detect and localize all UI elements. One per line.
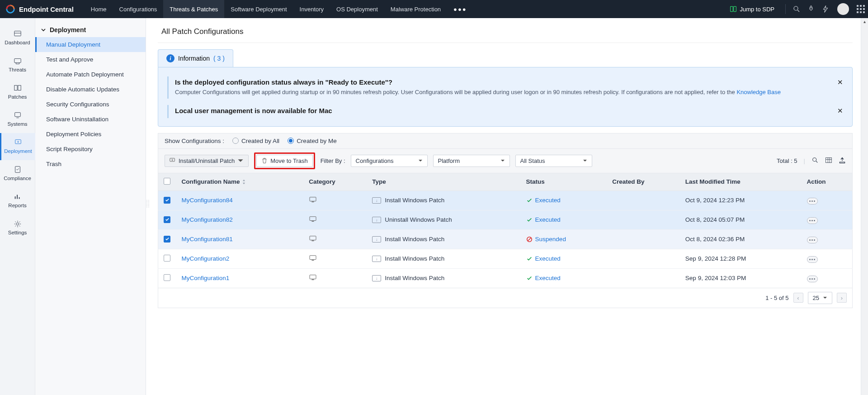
svg-point-18 (16, 223, 19, 225)
status-link[interactable]: Executed (535, 216, 561, 223)
subnav-item-trash[interactable]: Trash (35, 157, 146, 171)
user-avatar[interactable] (837, 3, 849, 15)
topnav-item-os-deployment[interactable]: OS Deployment (330, 0, 384, 18)
caret-down-icon (583, 158, 587, 163)
rail-item-reports[interactable]: Reports (0, 187, 35, 214)
move-to-trash-button[interactable]: Move to Trash (256, 155, 312, 167)
page-size-select[interactable]: 25 (808, 292, 832, 304)
status-link[interactable]: Executed (535, 255, 561, 262)
col-status[interactable]: Status (521, 173, 607, 190)
info-tab[interactable]: i Information ( 3 ) (158, 49, 233, 67)
col-created-by[interactable]: Created By (607, 173, 680, 190)
topnav-item-configurations[interactable]: Configurations (113, 0, 164, 18)
status-link[interactable]: Suspended (535, 236, 566, 243)
topnav-item-threats-patches[interactable]: Threats & Patches (163, 0, 224, 18)
page-title: All Patch Configurations (158, 18, 853, 43)
table-search-icon[interactable] (811, 157, 819, 165)
bolt-icon[interactable] (818, 5, 833, 13)
brand[interactable]: Endpoint Central (5, 4, 74, 14)
row-actions-button[interactable] (807, 198, 818, 205)
rocket-icon[interactable] (804, 5, 818, 13)
row-checkbox[interactable] (164, 255, 170, 262)
topnav-item-malware-protection[interactable]: Malware Protection (384, 0, 447, 18)
prev-page-button[interactable]: ‹ (793, 293, 803, 303)
col-action[interactable]: Action (802, 173, 853, 190)
topnav-item-inventory[interactable]: Inventory (293, 0, 330, 18)
info-panel: ✕ Is the deployed configuration status a… (158, 67, 853, 127)
row-checkbox[interactable] (164, 197, 170, 204)
compliance-icon (13, 166, 22, 174)
configuration-link[interactable]: MyConfiguration81 (182, 236, 233, 243)
topnav-item-home[interactable]: Home (85, 0, 113, 18)
radio-created-by-all[interactable]: Created by All (232, 138, 279, 144)
table-row[interactable]: MyConfiguration84↓Install Windows PatchE… (158, 190, 853, 210)
close-icon[interactable]: ✕ (837, 78, 843, 86)
status-link[interactable]: Executed (535, 275, 561, 281)
row-actions-button[interactable] (807, 237, 818, 243)
col-modified[interactable]: Last Modified Time (680, 173, 802, 190)
export-icon[interactable] (839, 157, 846, 165)
configuration-link[interactable]: MyConfiguration84 (182, 197, 233, 204)
rail-item-deployment[interactable]: Deployment (0, 133, 35, 160)
subnav-item-automate-patch-deployment[interactable]: Automate Patch Deployment (35, 67, 146, 82)
table-row[interactable]: MyConfiguration81↓Install Windows PatchS… (158, 229, 853, 249)
apps-grid-icon[interactable] (854, 5, 868, 13)
subnav-item-test-and-approve[interactable]: Test and Approve (35, 52, 146, 67)
desktop-icon (309, 196, 317, 203)
rail-item-systems[interactable]: Systems (0, 106, 35, 133)
row-checkbox[interactable] (164, 216, 170, 223)
configuration-link[interactable]: MyConfiguration82 (182, 216, 233, 223)
subnav-heading[interactable]: Deployment (35, 23, 146, 37)
topnav-more[interactable]: ●●● (447, 0, 473, 18)
rail-item-dashboard[interactable]: Dashboard (0, 24, 35, 52)
subnav-item-script-repository[interactable]: Script Repository (35, 142, 146, 157)
select-all-checkbox[interactable] (164, 178, 170, 185)
jump-to-sdp[interactable]: Jump to SDP (730, 5, 774, 13)
download-badge-icon: ↓ (372, 256, 381, 262)
svg-rect-11 (14, 113, 20, 117)
subnav-item-disable-automatic-updates[interactable]: Disable Automatic Updates (35, 82, 146, 97)
configuration-link[interactable]: MyConfiguration1 (182, 275, 230, 281)
subnav-item-manual-deployment[interactable]: Manual Deployment (35, 37, 146, 52)
pane-resize-handle[interactable] (146, 18, 150, 395)
deployment-icon (14, 138, 23, 147)
svg-rect-36 (310, 275, 316, 279)
configuration-link[interactable]: MyConfiguration2 (182, 255, 230, 262)
filter-platform-select[interactable]: Platform (433, 155, 510, 167)
created-by-cell (607, 229, 680, 249)
type-cell: ↓Install Windows Patch (372, 197, 515, 204)
topnav-item-software-deployment[interactable]: Software Deployment (224, 0, 293, 18)
subnav-item-deployment-policies[interactable]: Deployment Policies (35, 127, 146, 142)
row-checkbox[interactable] (164, 274, 170, 281)
search-icon[interactable] (789, 5, 804, 13)
rail-item-compliance[interactable]: Compliance (0, 160, 35, 187)
table-row[interactable]: MyConfiguration2↓Install Windows PatchEx… (158, 249, 853, 268)
toolbar: Show Configurations : Created by All Cre… (158, 133, 853, 173)
col-type[interactable]: Type (367, 173, 520, 190)
filter-status-select[interactable]: All Status (515, 155, 592, 167)
col-category[interactable]: Category (303, 173, 367, 190)
row-actions-button[interactable] (807, 217, 818, 224)
table-row[interactable]: MyConfiguration1↓Install Windows PatchEx… (158, 268, 853, 288)
knowledge-base-link[interactable]: Knowledge Base (736, 89, 781, 95)
filter-configurations-select[interactable]: Configurations (351, 155, 428, 167)
row-checkbox[interactable] (164, 236, 170, 243)
status-link[interactable]: Executed (535, 197, 561, 204)
rail-item-settings[interactable]: Settings (0, 214, 35, 242)
subnav-item-security-configurations[interactable]: Security Configurations (35, 97, 146, 112)
install-uninstall-patch-button[interactable]: Install/Uninstall Patch (165, 155, 249, 167)
row-actions-button[interactable] (807, 276, 818, 282)
columns-icon[interactable] (825, 157, 832, 165)
configurations-table: Configuration Name Category Type Status … (158, 173, 853, 288)
status-cell: Executed (526, 255, 602, 262)
table-row[interactable]: MyConfiguration82↓Uninstall Windows Patc… (158, 210, 853, 229)
ellipsis-icon: ●●● (453, 6, 467, 13)
close-icon[interactable]: ✕ (837, 107, 843, 115)
vertical-scrollbar[interactable]: ▴ (861, 18, 868, 395)
radio-created-by-me[interactable]: Created by Me (288, 138, 337, 144)
rail-item-patches[interactable]: Patches (0, 79, 35, 106)
subnav-item-software-uninstallation[interactable]: Software Uninstallation (35, 112, 146, 127)
rail-item-threats[interactable]: Threats (0, 52, 35, 79)
row-actions-button[interactable] (807, 256, 818, 263)
next-page-button[interactable]: › (837, 293, 847, 303)
